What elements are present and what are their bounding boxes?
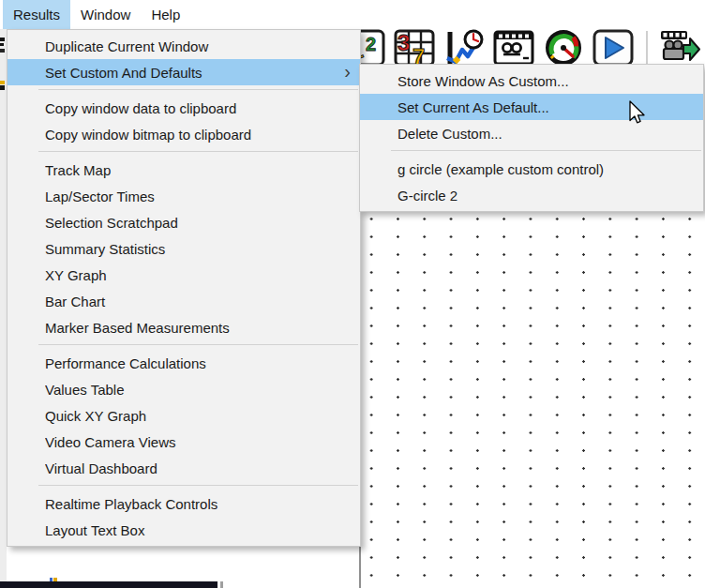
menu-item-lap-sector-times[interactable]: Lap/Sector Times bbox=[8, 183, 360, 209]
menubar-item-window[interactable]: Window bbox=[70, 0, 141, 29]
menu-item-label: Summary Statistics bbox=[45, 241, 349, 257]
menu-item-store-window-as-custom[interactable]: Store Window As Custom... bbox=[360, 68, 703, 94]
menu-item-summary-statistics[interactable]: Summary Statistics bbox=[8, 235, 360, 262]
mouse-cursor bbox=[628, 100, 652, 127]
svg-text:7: 7 bbox=[412, 44, 425, 67]
menu-item-selection-scratchpad[interactable]: Selection Scratchpad bbox=[8, 209, 360, 235]
menu-item-label: XY Graph bbox=[45, 267, 349, 283]
menu-item-label: Realtime Playback Controls bbox=[45, 496, 349, 512]
app-left-edge bbox=[0, 29, 7, 581]
menu-item-performance-calculations[interactable]: Performance Calculations bbox=[8, 350, 360, 376]
menu-item-label: Duplicate Current Window bbox=[45, 38, 349, 54]
video-export-icon[interactable] bbox=[659, 29, 702, 67]
menu-item-layout-text-box[interactable]: Layout Text Box bbox=[8, 517, 360, 543]
menu-item-virtual-dashboard[interactable]: Virtual Dashboard bbox=[8, 455, 360, 481]
menu-item-xy-graph[interactable]: XY Graph bbox=[8, 262, 360, 288]
menu-item-label: Bar Chart bbox=[45, 294, 349, 309]
menu-item-label: g circle (example custom control) bbox=[398, 161, 692, 177]
menu-item-set-custom-and-defaults[interactable]: Set Custom And Defaults› bbox=[8, 59, 360, 85]
menu-item-g-circle-example-custom-control[interactable]: g circle (example custom control) bbox=[360, 156, 703, 182]
menu-item-label: G-circle 2 bbox=[398, 188, 692, 204]
menu-item-label: Values Table bbox=[45, 382, 349, 398]
menu-item-label: Virtual Dashboard bbox=[45, 460, 349, 476]
menu-item-label: Selection Scratchpad bbox=[45, 215, 349, 231]
menu-item-label: Set Custom And Defaults bbox=[45, 65, 344, 81]
menu-bar: ResultsWindowHelp bbox=[0, 0, 705, 29]
menu-item-track-map[interactable]: Track Map bbox=[8, 157, 360, 183]
playback-play-icon[interactable] bbox=[592, 29, 635, 67]
menu-item-label: Track Map bbox=[45, 162, 349, 178]
menu-separator bbox=[38, 344, 358, 345]
menu-item-label: Copy window bitmap to clipboard bbox=[45, 127, 349, 143]
menubar-item-results[interactable]: Results bbox=[3, 0, 70, 29]
menu-item-bar-chart[interactable]: Bar Chart bbox=[8, 288, 360, 314]
menu-item-label: Lap/Sector Times bbox=[45, 188, 349, 204]
toolbar-icon-fragment bbox=[0, 85, 5, 90]
menu-item-g-circle-2[interactable]: G-circle 2 bbox=[360, 182, 703, 208]
menu-item-label: Store Window As Custom... bbox=[398, 73, 692, 89]
dashboard-gauge-icon[interactable] bbox=[542, 29, 585, 67]
sector-times-table-icon[interactable]: 3 7 bbox=[393, 29, 436, 67]
svg-text:3: 3 bbox=[398, 30, 410, 55]
taskbar-icon-fragment bbox=[53, 578, 57, 581]
results-menu: Duplicate Current WindowSet Custom And D… bbox=[7, 29, 361, 547]
menu-item-realtime-playback-controls[interactable]: Realtime Playback Controls bbox=[8, 490, 360, 517]
bottom-window-edge bbox=[0, 581, 218, 588]
xy-graph-clock-icon[interactable] bbox=[442, 29, 486, 67]
app-window: 1 2 3 7 ResultsWindowHelp Duplicate Curr… bbox=[0, 0, 705, 588]
menu-item-label: Marker Based Measurements bbox=[45, 320, 349, 336]
window-edge-tick bbox=[220, 581, 223, 588]
menu-item-duplicate-current-window[interactable]: Duplicate Current Window bbox=[8, 33, 360, 59]
menu-separator bbox=[38, 89, 358, 90]
menu-item-quick-xy-graph[interactable]: Quick XY Graph bbox=[8, 402, 360, 429]
taskbar-icon-fragment bbox=[50, 578, 52, 581]
menu-item-copy-window-data-to-clipboard[interactable]: Copy window data to clipboard bbox=[8, 95, 360, 121]
menubar-item-help[interactable]: Help bbox=[141, 0, 190, 29]
menu-separator bbox=[391, 150, 701, 151]
menu-item-label: Layout Text Box bbox=[45, 522, 349, 538]
menu-item-label: Quick XY Graph bbox=[45, 408, 349, 424]
menu-separator bbox=[38, 485, 358, 486]
menu-item-label: Performance Calculations bbox=[45, 355, 349, 371]
video-camera-views-icon[interactable] bbox=[492, 29, 535, 67]
custom-defaults-submenu: Store Window As Custom...Set Current As … bbox=[359, 64, 704, 212]
menu-item-values-table[interactable]: Values Table bbox=[8, 376, 360, 402]
menu-item-video-camera-views[interactable]: Video Camera Views bbox=[8, 429, 360, 455]
menu-item-label: Copy window data to clipboard bbox=[45, 100, 349, 116]
menu-item-marker-based-measurements[interactable]: Marker Based Measurements bbox=[8, 314, 360, 340]
toolbar-icon-fragment bbox=[0, 43, 4, 46]
submenu-arrow-icon: › bbox=[344, 62, 351, 81]
menu-item-label: Delete Custom... bbox=[398, 126, 692, 142]
menu-item-copy-window-bitmap-to-clipboard[interactable]: Copy window bitmap to clipboard bbox=[8, 121, 360, 147]
svg-text:2: 2 bbox=[366, 34, 376, 54]
toolbar-separator bbox=[646, 31, 648, 65]
menu-item-label: Video Camera Views bbox=[45, 434, 349, 450]
toolbar-icon-fragment bbox=[0, 81, 5, 84]
menu-separator bbox=[38, 151, 358, 152]
toolbar-icon-fragment bbox=[0, 38, 5, 41]
toolbar-icon-fragment bbox=[0, 49, 5, 53]
